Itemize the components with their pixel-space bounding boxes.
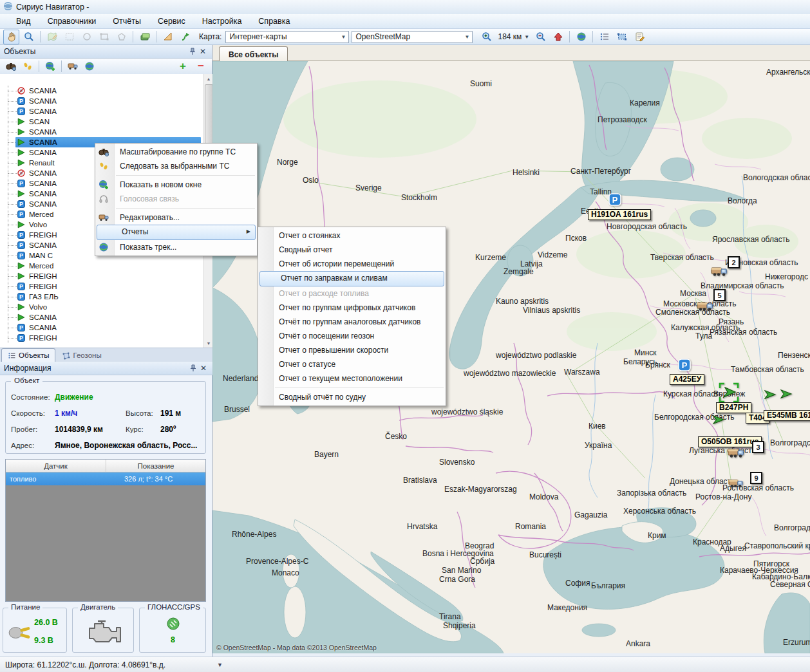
report-analog-sensors[interactable]: Отчёт по группам аналоговых датчиков: [258, 315, 446, 329]
route-button[interactable]: [177, 30, 193, 44]
parked-icon: P: [17, 324, 25, 331]
arrow-marker[interactable]: [712, 415, 725, 425]
map-tab-all-objects[interactable]: Все объекты: [219, 46, 288, 62]
polygon-tool-button[interactable]: [113, 30, 129, 44]
report-status[interactable]: Отчет о статусе: [258, 357, 446, 371]
vehicle-plate-label[interactable]: E545MB 161r: [764, 410, 810, 421]
rect-tool-button[interactable]: [96, 30, 112, 44]
vehicle-row[interactable]: SCAN: [0, 117, 202, 127]
geozone-select-button[interactable]: [614, 30, 630, 44]
zoom-in-button[interactable]: [478, 30, 494, 44]
notes-button[interactable]: [631, 30, 647, 44]
vehicle-plate-label[interactable]: A425ЕУ: [670, 374, 704, 385]
menubar-item[interactable]: Справка: [250, 15, 298, 27]
report-stops[interactable]: Отчет о стоянках: [258, 229, 446, 243]
layers-button[interactable]: [137, 30, 153, 44]
report-fuel-consumption[interactable]: Отчет о расходе топлива: [258, 286, 446, 301]
cluster-badge[interactable]: 2: [728, 256, 740, 268]
show-track-button[interactable]: [82, 59, 97, 73]
vehicle-plate-label[interactable]: B247PH: [716, 402, 751, 413]
circle-tool-button[interactable]: [79, 30, 95, 44]
select-dashed-icon: [64, 32, 75, 42]
menubar-item[interactable]: Вид: [8, 15, 39, 27]
report-speeding[interactable]: Отчет о превышении скорости: [258, 343, 446, 357]
vehicle-row[interactable]: Merced: [0, 261, 202, 271]
vehicle-row[interactable]: PSCANIA: [0, 106, 202, 117]
report-geozone-visits[interactable]: Отчёт о посещении геозон: [258, 329, 446, 343]
cluster-badge[interactable]: 5: [713, 289, 726, 301]
map-source-combo[interactable]: Интернет-карты▼: [225, 31, 349, 43]
arrow-marker[interactable]: [780, 389, 793, 399]
truck-marker[interactable]: [728, 447, 744, 459]
toolbar-separator: [61, 61, 62, 72]
vehicle-row[interactable]: SCANIA: [0, 312, 202, 322]
топливо[interactable]: топливо326 л; t°: 34 °C: [6, 472, 205, 485]
menubar-item[interactable]: Отчёты: [104, 15, 149, 27]
arrow-selected-marker[interactable]: [719, 382, 739, 403]
tab-objects[interactable]: Объекты: [1, 348, 55, 362]
menu-edit[interactable]: Редактировать...: [95, 210, 257, 225]
add-object-button[interactable]: +: [175, 59, 191, 73]
select-region-button[interactable]: [61, 30, 77, 44]
moving-icon: [17, 221, 25, 229]
vehicle-row[interactable]: SCANIA: [0, 127, 202, 137]
close-icon[interactable]: ✕: [198, 363, 209, 373]
menu-show-track[interactable]: Показать трек...: [95, 240, 257, 254]
globe-button[interactable]: [573, 30, 589, 44]
menubar-item[interactable]: Сервис: [149, 15, 194, 27]
map-provider-combo[interactable]: OpenStreetMap▼: [352, 31, 473, 43]
zoom-to-group-button[interactable]: [3, 59, 19, 73]
vehicle-row[interactable]: FREIGH: [0, 271, 202, 281]
parked-marker[interactable]: P: [608, 193, 621, 206]
scroll-down-icon[interactable]: ▼: [204, 339, 213, 348]
measure-button[interactable]: [160, 30, 176, 44]
parked-marker[interactable]: P: [678, 359, 691, 371]
remove-object-button[interactable]: −: [193, 59, 209, 73]
report-summary[interactable]: Сводный отчет: [258, 243, 446, 257]
menu-new-window[interactable]: Показать в новом окне: [95, 178, 257, 192]
tab-geozones[interactable]: Геозоны: [55, 348, 108, 362]
report-digital-sensors[interactable]: Отчет по группам цифровых датчиков: [258, 301, 446, 315]
cluster-badge[interactable]: 3: [752, 441, 764, 453]
menu-reports[interactable]: Отчеты: [97, 225, 256, 240]
pin-icon[interactable]: [187, 46, 198, 57]
value-column-header[interactable]: Показание: [106, 460, 205, 472]
menubar-item[interactable]: Справочники: [39, 15, 105, 27]
report-refuel-drain[interactable]: Отчет по заправкам и сливам: [259, 271, 444, 286]
report-vessel-summary[interactable]: Сводный отчёт по судну: [258, 390, 446, 404]
vehicle-row[interactable]: SCANIA: [0, 86, 202, 96]
sensor-column-header[interactable]: Датчик: [6, 460, 106, 472]
map-scale-combo[interactable]: 184 км▼: [495, 32, 532, 41]
pan-tool-button[interactable]: [3, 30, 19, 44]
truck-marker[interactable]: [728, 478, 744, 489]
report-current-location[interactable]: Отчет о текущем местоположении: [258, 371, 446, 386]
vehicle-row[interactable]: PSCANIA: [0, 322, 202, 333]
pin-icon[interactable]: [188, 363, 198, 373]
zoom-out-button[interactable]: [532, 30, 549, 44]
edit-vehicle-button[interactable]: [65, 59, 80, 73]
chevron-down-icon[interactable]: ▼: [217, 662, 223, 668]
menu-zoom-group[interactable]: Масштабирование по группе ТС: [95, 145, 257, 159]
vehicle-plate-label[interactable]: H191OA 161rus: [588, 209, 651, 220]
vehicle-row[interactable]: PFREIGH: [0, 333, 202, 343]
vehicle-row[interactable]: Volvo: [0, 302, 202, 312]
vehicle-row[interactable]: PSCANIA: [0, 96, 202, 106]
menubar-item[interactable]: Настройка: [194, 15, 250, 27]
report-movement-history[interactable]: Отчет об истории перемещений: [258, 257, 446, 271]
menu-voice[interactable]: Голосовая связь: [95, 192, 257, 206]
cluster-badge[interactable]: 9: [750, 472, 762, 484]
map-edit-button[interactable]: [44, 30, 60, 44]
follow-button[interactable]: [20, 59, 35, 73]
scroll-up-icon[interactable]: ▲: [204, 74, 213, 83]
close-icon[interactable]: ✕: [198, 46, 208, 57]
truck-marker[interactable]: [697, 301, 713, 312]
legend-button[interactable]: [596, 30, 612, 44]
show-new-window-button[interactable]: [42, 59, 58, 73]
truck-marker[interactable]: [711, 266, 728, 277]
home-view-button[interactable]: [550, 30, 566, 44]
zoom-select-button[interactable]: [21, 30, 37, 44]
menu-follow[interactable]: Следовать за выбранными ТС: [95, 159, 257, 173]
vehicle-row[interactable]: PFREIGH: [0, 281, 202, 292]
vehicle-row[interactable]: PГАЗ ЕЛЬ: [0, 292, 202, 302]
arrow-marker[interactable]: [764, 389, 777, 400]
